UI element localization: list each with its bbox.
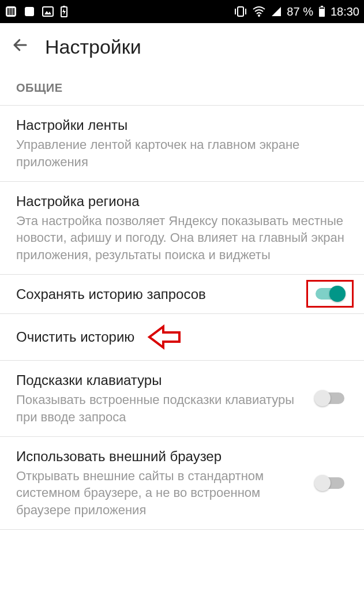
setting-feed-title: Настройки ленты bbox=[16, 116, 348, 134]
svg-rect-18 bbox=[321, 6, 323, 7]
setting-feed[interactable]: Настройки ленты Управление лентой карточ… bbox=[0, 106, 364, 182]
toggle-keyboard-hints[interactable] bbox=[316, 392, 344, 404]
svg-rect-10 bbox=[63, 6, 65, 7]
setting-external-browser-description: Открывать внешние сайты в стандартном си… bbox=[16, 467, 304, 519]
cellular-icon bbox=[271, 6, 282, 17]
annotation-arrow-icon bbox=[146, 324, 181, 350]
status-bar: 87 % 18:30 bbox=[0, 0, 364, 23]
vibrate-icon bbox=[234, 6, 247, 17]
setting-external-browser-title: Использовать внешний браузер bbox=[16, 447, 304, 465]
battery-charging-icon bbox=[60, 5, 68, 18]
setting-region-title: Настройка региона bbox=[16, 192, 348, 210]
setting-clear-history-title: Очистить историю bbox=[16, 328, 134, 346]
svg-rect-7 bbox=[43, 7, 53, 16]
svg-point-15 bbox=[258, 14, 260, 17]
section-general: ОБЩИЕ bbox=[0, 71, 364, 106]
setting-region-description: Эта настройка позволяет Яндексу показыва… bbox=[16, 212, 348, 264]
svg-rect-1 bbox=[7, 8, 9, 15]
battery-icon bbox=[318, 5, 326, 18]
svg-marker-16 bbox=[272, 7, 281, 16]
setting-keyboard-hints-title: Подсказки клавиатуры bbox=[16, 371, 304, 389]
svg-rect-12 bbox=[238, 7, 243, 16]
setting-feed-description: Управление лентой карточек на главном эк… bbox=[16, 136, 348, 170]
toggle-external-browser[interactable] bbox=[316, 477, 344, 489]
setting-keyboard-hints-description: Показывать встроенные подсказки клавиату… bbox=[16, 391, 304, 425]
setting-region[interactable]: Настройка региона Эта настройка позволяе… bbox=[0, 182, 364, 275]
barcode-icon bbox=[5, 5, 17, 18]
page-title: Настройки bbox=[45, 36, 141, 58]
svg-rect-4 bbox=[12, 8, 13, 15]
setting-save-history[interactable]: Сохранять историю запросов bbox=[0, 275, 364, 314]
svg-marker-8 bbox=[44, 11, 51, 14]
setting-external-browser[interactable]: Использовать внешний браузер Открывать в… bbox=[0, 437, 364, 530]
setting-keyboard-hints[interactable]: Подсказки клавиатуры Показывать встроенн… bbox=[0, 361, 364, 437]
svg-rect-6 bbox=[25, 7, 34, 16]
status-left-icons bbox=[5, 5, 68, 18]
svg-rect-19 bbox=[320, 8, 324, 9]
app-header: Настройки bbox=[0, 23, 364, 71]
back-arrow-icon[interactable] bbox=[12, 36, 29, 58]
image-icon bbox=[42, 5, 54, 18]
toggle-save-history[interactable] bbox=[316, 288, 344, 300]
wifi-icon bbox=[252, 6, 266, 17]
status-right-icons: 87 % 18:30 bbox=[234, 5, 359, 18]
square-icon bbox=[23, 5, 36, 18]
svg-marker-11 bbox=[62, 9, 66, 15]
battery-percent: 87 % bbox=[287, 5, 313, 18]
svg-rect-2 bbox=[9, 8, 10, 15]
svg-rect-3 bbox=[10, 8, 12, 15]
setting-clear-history[interactable]: Очистить историю bbox=[0, 314, 364, 361]
clock-time: 18:30 bbox=[331, 5, 359, 18]
svg-rect-5 bbox=[13, 8, 14, 15]
setting-save-history-title: Сохранять историю запросов bbox=[16, 285, 304, 303]
